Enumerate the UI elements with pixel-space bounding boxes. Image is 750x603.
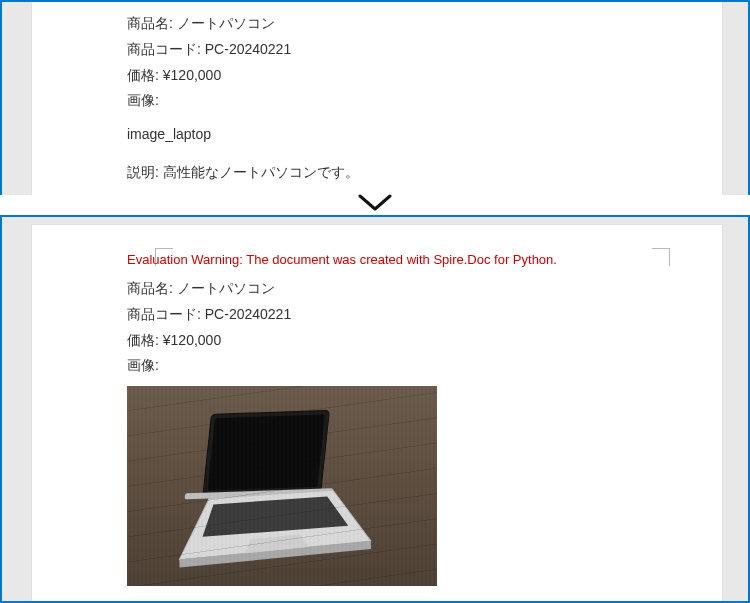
label-product-name: 商品名: — [127, 280, 173, 296]
document-page-before: 商品名: ノートパソコン 商品コード: PC-20240221 価格: ¥120… — [32, 0, 722, 195]
label-product-code: 商品コード: — [127, 306, 201, 322]
value-price: ¥120,000 — [163, 332, 221, 348]
before-panel: 商品名: ノートパソコン 商品コード: PC-20240221 価格: ¥120… — [0, 0, 750, 195]
evaluation-warning: Evaluation Warning: The document was cre… — [127, 249, 647, 271]
field-price: 価格: ¥120,000 — [127, 64, 647, 88]
field-product-code: 商品コード: PC-20240221 — [127, 303, 647, 327]
field-price: 価格: ¥120,000 — [127, 329, 647, 353]
value-product-code: PC-20240221 — [205, 306, 291, 322]
value-description: 高性能なノートパソコンです。 — [163, 164, 359, 180]
label-price: 価格: — [127, 67, 159, 83]
value-price: ¥120,000 — [163, 67, 221, 83]
label-product-name: 商品名: — [127, 15, 173, 31]
field-image: 画像: — [127, 354, 647, 378]
label-product-code: 商品コード: — [127, 41, 201, 57]
document-content-after: Evaluation Warning: The document was cre… — [127, 249, 647, 603]
after-panel: Evaluation Warning: The document was cre… — [0, 215, 750, 603]
document-content-before: 商品名: ノートパソコン 商品コード: PC-20240221 価格: ¥120… — [127, 12, 647, 187]
value-product-name: ノートパソコン — [177, 280, 275, 296]
image-placeholder-text: image_laptop — [127, 123, 647, 147]
field-product-code: 商品コード: PC-20240221 — [127, 38, 647, 62]
value-product-name: ノートパソコン — [177, 15, 275, 31]
field-image: 画像: — [127, 89, 647, 113]
laptop-icon — [154, 402, 410, 581]
field-product-name: 商品名: ノートパソコン — [127, 12, 647, 36]
svg-rect-1 — [207, 415, 325, 491]
product-image — [127, 386, 437, 586]
arrow-down-icon — [0, 193, 750, 215]
label-price: 価格: — [127, 332, 159, 348]
document-page-after: Evaluation Warning: The document was cre… — [32, 225, 722, 603]
field-product-name: 商品名: ノートパソコン — [127, 277, 647, 301]
label-image: 画像: — [127, 92, 159, 108]
field-description: 説明: 高性能なノートパソコンです。 — [127, 161, 647, 185]
label-description: 説明: — [127, 164, 159, 180]
label-image: 画像: — [127, 357, 159, 373]
crop-mark-icon — [652, 248, 670, 266]
value-product-code: PC-20240221 — [205, 41, 291, 57]
